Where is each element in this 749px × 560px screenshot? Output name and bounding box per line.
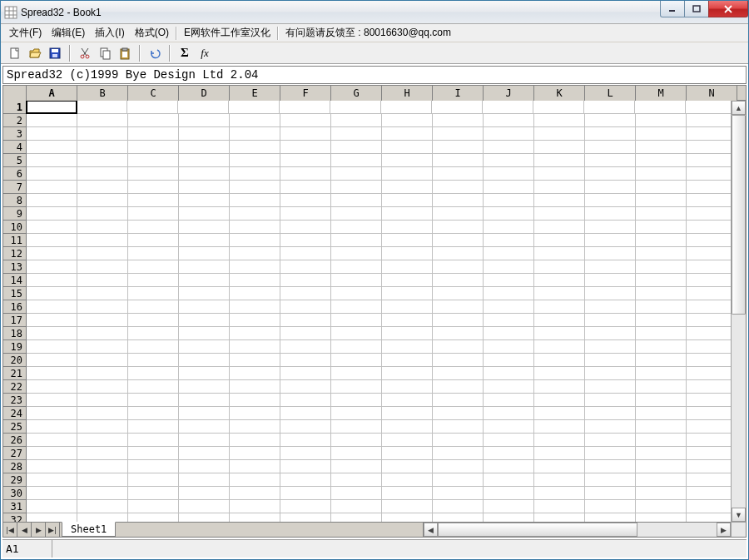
- cell[interactable]: [331, 300, 382, 314]
- cell[interactable]: [179, 394, 230, 407]
- cell[interactable]: [27, 181, 77, 194]
- cell[interactable]: [179, 221, 230, 234]
- column-header[interactable]: J: [484, 86, 534, 101]
- cell[interactable]: [331, 194, 382, 207]
- cell[interactable]: [687, 460, 731, 473]
- cell[interactable]: [179, 274, 230, 287]
- tab-last-button[interactable]: ▶|: [46, 523, 60, 538]
- cell[interactable]: [27, 367, 77, 380]
- cell[interactable]: [382, 221, 433, 234]
- cell[interactable]: [331, 127, 382, 141]
- cell[interactable]: [230, 513, 280, 522]
- cell[interactable]: [484, 394, 534, 407]
- cell[interactable]: [381, 101, 432, 114]
- cell[interactable]: [484, 154, 534, 167]
- row-header[interactable]: 12: [3, 247, 27, 260]
- row-header[interactable]: 11: [3, 234, 27, 247]
- cell[interactable]: [230, 407, 280, 420]
- cell[interactable]: [280, 513, 331, 522]
- cell[interactable]: [179, 513, 230, 522]
- cell[interactable]: [687, 221, 731, 234]
- cell[interactable]: [636, 367, 687, 380]
- cell[interactable]: [636, 300, 687, 314]
- column-header[interactable]: I: [433, 86, 484, 101]
- cell[interactable]: [27, 234, 77, 247]
- column-header[interactable]: K: [534, 86, 585, 101]
- cell[interactable]: [636, 127, 687, 141]
- cell[interactable]: [280, 141, 331, 154]
- scroll-right-button[interactable]: ▶: [717, 523, 731, 537]
- cell[interactable]: [585, 260, 636, 274]
- cell[interactable]: [230, 194, 280, 207]
- cell[interactable]: [128, 407, 179, 420]
- cell[interactable]: [230, 287, 280, 300]
- cell[interactable]: [534, 354, 585, 367]
- cell[interactable]: [77, 207, 128, 221]
- cell[interactable]: [27, 380, 77, 394]
- cell[interactable]: [27, 420, 77, 434]
- cell[interactable]: [27, 300, 77, 314]
- cell[interactable]: [382, 340, 433, 354]
- cell[interactable]: [433, 154, 484, 167]
- cell[interactable]: [128, 287, 179, 300]
- cell[interactable]: [433, 221, 484, 234]
- cell[interactable]: [585, 114, 636, 127]
- cell[interactable]: [534, 314, 585, 327]
- cell[interactable]: [331, 260, 382, 274]
- cell[interactable]: [331, 167, 382, 181]
- cell[interactable]: [534, 207, 585, 221]
- cell[interactable]: [27, 434, 77, 447]
- cell[interactable]: [534, 287, 585, 300]
- cell[interactable]: [230, 274, 280, 287]
- cell[interactable]: [484, 407, 534, 420]
- menu-edit[interactable]: 编辑(E): [47, 23, 90, 42]
- cell[interactable]: [585, 420, 636, 434]
- row-header[interactable]: 25: [3, 420, 27, 434]
- cell[interactable]: [585, 473, 636, 487]
- cell[interactable]: [27, 141, 77, 154]
- cell[interactable]: [77, 434, 128, 447]
- cell[interactable]: [636, 314, 687, 327]
- cell[interactable]: [331, 234, 382, 247]
- cell[interactable]: [483, 101, 533, 114]
- cell[interactable]: [382, 380, 433, 394]
- cell[interactable]: [27, 447, 77, 460]
- cell[interactable]: [534, 221, 585, 234]
- cell[interactable]: [585, 207, 636, 221]
- cell[interactable]: [484, 434, 534, 447]
- cell[interactable]: [230, 154, 280, 167]
- autosum-button[interactable]: Σ: [176, 44, 194, 62]
- cell[interactable]: [382, 194, 433, 207]
- cell[interactable]: [585, 434, 636, 447]
- cell[interactable]: [179, 141, 230, 154]
- cell[interactable]: [331, 354, 382, 367]
- cell[interactable]: [179, 234, 230, 247]
- cell[interactable]: [179, 407, 230, 420]
- cell[interactable]: [331, 460, 382, 473]
- cell[interactable]: [484, 314, 534, 327]
- cell[interactable]: [433, 394, 484, 407]
- cell[interactable]: [636, 394, 687, 407]
- cell[interactable]: [331, 247, 382, 260]
- cell[interactable]: [128, 447, 179, 460]
- cell[interactable]: [585, 154, 636, 167]
- cell[interactable]: [280, 354, 331, 367]
- cell[interactable]: [687, 154, 731, 167]
- cell[interactable]: [636, 167, 687, 181]
- column-header[interactable]: N: [687, 86, 737, 101]
- cell[interactable]: [77, 367, 128, 380]
- cell[interactable]: [179, 167, 230, 181]
- cell[interactable]: [687, 327, 731, 340]
- cell[interactable]: [585, 181, 636, 194]
- cell[interactable]: [484, 260, 534, 274]
- undo-button[interactable]: [146, 44, 164, 62]
- cell[interactable]: [77, 181, 128, 194]
- cell[interactable]: [534, 513, 585, 522]
- cell[interactable]: [331, 221, 382, 234]
- cell[interactable]: [433, 247, 484, 260]
- row-header[interactable]: 9: [3, 207, 27, 221]
- cell[interactable]: [280, 380, 331, 394]
- row-header[interactable]: 17: [3, 314, 27, 327]
- cell[interactable]: [687, 394, 731, 407]
- cell[interactable]: [484, 300, 534, 314]
